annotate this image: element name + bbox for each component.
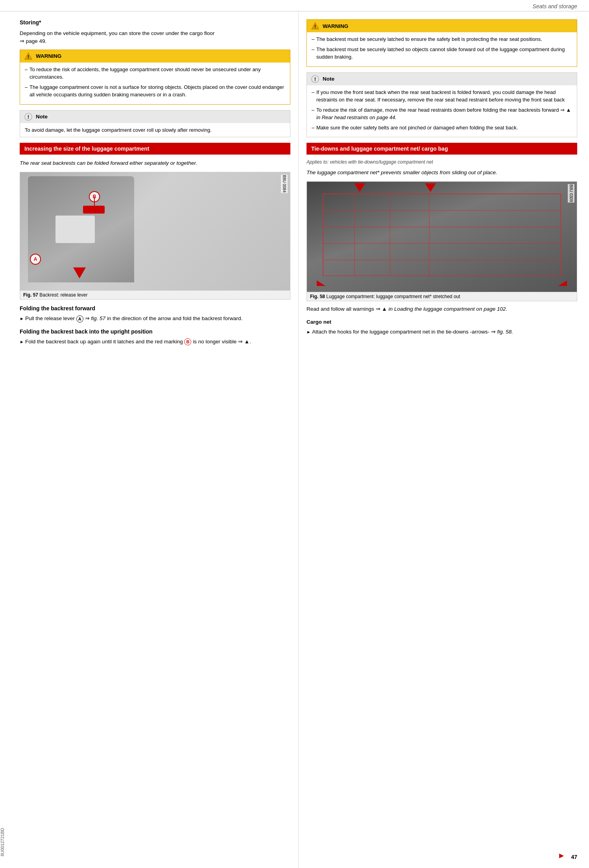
arrow-down-red: [73, 267, 86, 278]
figure-58-caption: Fig. 58 Luggage compartment: luggage com…: [307, 292, 577, 301]
note-item-2-2: To reduce the risk of damage, move the r…: [312, 106, 572, 122]
fig58-caption-bold: Fig. 58: [310, 294, 325, 299]
fig57-id: B8U 0084: [281, 175, 288, 193]
white-card-shape: [55, 216, 95, 243]
folding-back-action: Fold the backrest back up again until it…: [20, 338, 290, 346]
figure-57-caption: Fig. 57 Backrest: release lever: [20, 290, 290, 299]
cargo-net-heading: Cargo net: [307, 319, 577, 325]
arrow-left: [317, 280, 331, 286]
content-area: 8U0012721BD Storing* Depending on the ve…: [0, 11, 589, 868]
net-line-h4: [323, 243, 561, 244]
storing-body: Depending on the vehicle equipment, you …: [20, 29, 290, 46]
page-number: 47: [571, 854, 577, 860]
circle-a-ref: A: [76, 315, 83, 323]
warning-item-2-1: The backrest must be securely latched to…: [312, 35, 572, 43]
warning-header-1: ! WARNING: [20, 50, 290, 63]
storing-heading: Storing*: [20, 19, 290, 26]
net-line-h2: [323, 210, 561, 211]
warning-item-1-2: The luggage compartment cover is not a s…: [25, 83, 285, 99]
warning-item-2-2: The backrest must be securely latched so…: [312, 46, 572, 61]
svg-text:!: !: [314, 24, 316, 29]
fig58-id: B8U 0309: [568, 184, 574, 202]
warning-box-2: ! WARNING The backrest must be securely …: [307, 19, 577, 67]
tie-down-heading: Tie-downs and luggage compartment net/ c…: [307, 143, 577, 155]
warning-label-1: WARNING: [36, 53, 61, 59]
right-column: ! WARNING The backrest must be securely …: [299, 11, 589, 868]
note-icon-2: !: [311, 75, 319, 83]
net-border: [323, 194, 561, 276]
folding-back-heading: Folding the backrest back into the uprig…: [20, 328, 290, 335]
warning-header-2: ! WARNING: [307, 20, 577, 32]
fig58-caption-text: Luggage compartment: luggage compartment…: [325, 294, 460, 299]
right-nav-arrow[interactable]: ►: [558, 851, 565, 860]
net-line-h1: [323, 194, 561, 194]
note-label-2: Note: [323, 76, 334, 82]
header-title: Seats and storage: [532, 3, 577, 9]
read-follow-text: Read and follow all warnings ⇒ ▲ in Load…: [307, 305, 577, 313]
note-header-1: ! Note: [20, 111, 290, 123]
warning-label-2: WARNING: [323, 23, 348, 29]
left-column: Storing* Depending on the vehicle equipm…: [16, 11, 299, 868]
note-box-1: ! Note To avoid damage, let the luggage …: [20, 110, 290, 138]
figure-57-image: B A B8U 0084: [20, 172, 290, 290]
figure-57-container: B A B8U 0084 Fig. 57 Backrest: release l…: [20, 172, 290, 300]
note-body-1: To avoid damage, let the luggage compart…: [20, 123, 290, 137]
svg-text:!: !: [28, 54, 29, 59]
note-header-2: ! Note: [307, 73, 577, 85]
net-line-v2: [354, 194, 355, 276]
note-box-2: ! Note If you move the front seat back w…: [307, 72, 577, 138]
header-bar: Seats and storage: [0, 0, 589, 11]
arrow-2: [425, 183, 436, 192]
release-lever: [83, 206, 105, 214]
net-line-v1: [323, 194, 323, 276]
net-line-h3: [323, 227, 561, 227]
note-item-2-1: If you move the front seat back when the…: [312, 88, 572, 104]
figure-58-image: B8U 0309: [307, 182, 577, 292]
warning-body-2: The backrest must be securely latched to…: [307, 32, 577, 66]
warning-icon-1: !: [24, 52, 33, 61]
net-line-v3: [390, 194, 390, 276]
warning-body-1: To reduce the risk of accidents, the lug…: [20, 63, 290, 104]
fig57-caption-text: Backrest: release lever: [38, 292, 87, 298]
margin-text: 8U0012721BD: [0, 828, 5, 856]
warning-icon-2: !: [311, 22, 319, 30]
warning-item-1-1: To reduce the risk of accidents, the lug…: [25, 66, 285, 81]
page-container: Seats and storage 8U0012721BD Storing* D…: [0, 0, 589, 868]
arrow-right: [553, 280, 567, 286]
b-connector: [94, 197, 95, 207]
warning-box-1: ! WARNING To reduce the risk of accident…: [20, 50, 290, 105]
intro-italic: The rear seat backrests can be folded fo…: [20, 159, 290, 167]
left-margin: 8U0012721BD: [0, 11, 16, 868]
note-item-2-3: Make sure the outer safety belts are not…: [312, 124, 572, 132]
fig57-caption-bold: Fig. 57: [23, 292, 38, 298]
svg-text:!: !: [28, 114, 29, 120]
net-line-h5: [323, 260, 561, 260]
svg-text:!: !: [314, 76, 316, 82]
arrow-1: [354, 183, 365, 192]
folding-forward-heading: Folding the backrest forward: [20, 305, 290, 311]
folding-forward-action: Pull the release lever A ⇒ fig. 57 in th…: [20, 315, 290, 323]
figure-58-container: B8U 0309 Fig. 58 Luggage compartment: lu…: [307, 181, 577, 301]
circle-b-ref: B: [184, 338, 191, 345]
note-body-2: If you move the front seat back when the…: [307, 85, 577, 137]
applies-text: Applies to: vehicles with tie-downs/lugg…: [307, 159, 577, 165]
net-line-v5: [560, 194, 561, 276]
cargo-net-action: Attach the hooks for the luggage compart…: [307, 328, 577, 336]
note-label-1: Note: [36, 114, 48, 120]
red-heading-bar: Increasing the size of the luggage compa…: [20, 143, 290, 155]
note-icon-1: !: [24, 112, 33, 121]
net-line-v4: [429, 194, 430, 276]
tie-down-italic: The luggage compartment net* prevents sm…: [307, 169, 577, 177]
